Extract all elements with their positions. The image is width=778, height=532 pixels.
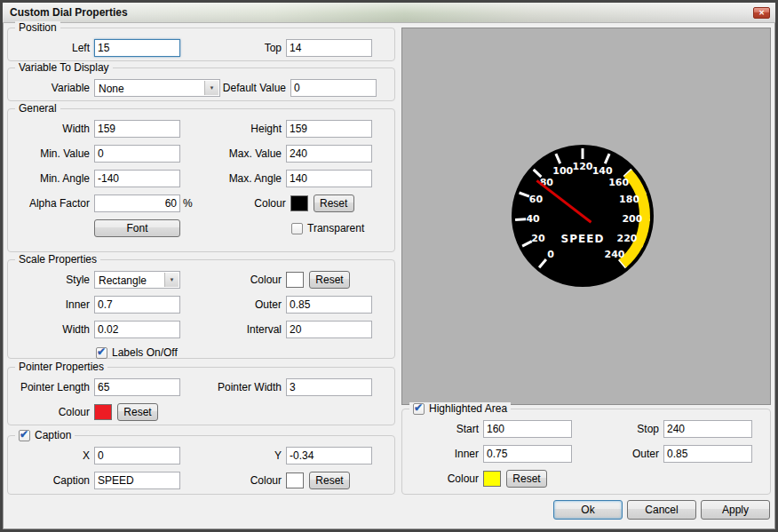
dial-colour-label: Colour [193,197,286,210]
min-angle-input[interactable] [94,170,180,187]
alpha-factor-input[interactable] [94,195,180,212]
cancel-button[interactable]: Cancel [627,500,696,520]
caption-group: Caption X Y Caption Colour Reset [7,435,395,495]
top-input[interactable] [286,39,372,57]
highlight-colour-swatch[interactable] [483,471,501,487]
variable-select[interactable]: None [94,79,220,97]
scale-interval-label: Interval [180,323,282,336]
min-value-input[interactable] [94,145,180,163]
ok-button[interactable]: Ok [553,500,623,520]
default-value-input[interactable] [290,79,377,97]
chevron-down-icon [204,81,218,95]
svg-text:180: 180 [619,194,639,205]
width-label: Width [8,123,90,135]
pointer-colour-reset-button[interactable]: Reset [117,403,158,421]
transparent-checkbox[interactable] [291,223,303,234]
caption-colour-swatch[interactable] [286,472,304,488]
highlight-start-input[interactable] [483,420,572,438]
scale-colour-swatch[interactable] [286,272,304,288]
caption-text-row: Caption Colour Reset [8,472,394,489]
labels-on-off-label: Labels On/Off [112,346,178,359]
scale-colour-reset-button[interactable]: Reset [309,271,350,289]
svg-text:SPEED: SPEED [561,233,605,245]
highlight-range-row: Start Stop [402,420,770,438]
svg-text:140: 140 [592,165,613,177]
caption-input[interactable] [94,472,180,489]
alpha-colour-row: Alpha Factor % Colour Reset [8,195,394,212]
highlight-inner-input[interactable] [483,445,572,463]
caption-group-label: Caption [35,429,71,441]
variable-label: Variable [8,82,90,94]
svg-text:160: 160 [608,177,629,188]
svg-text:0: 0 [547,249,554,260]
width-input[interactable] [94,120,180,138]
scale-group-label: Scale Properties [15,253,100,266]
scale-width-label: Width [8,323,90,336]
height-input[interactable] [286,120,372,138]
top-label: Top [180,42,282,54]
dial-gauge: 020406080100120140160180200220240SPEED [402,28,770,404]
scale-labels-row: Labels On/Off [8,345,394,360]
caption-x-input[interactable] [94,447,180,465]
scale-width-row: Width Interval [8,321,394,338]
scale-style-row: Style Rectangle Colour Reset [8,271,394,289]
min-angle-label: Min. Angle [8,172,90,185]
highlighted-area-group: Highlighted Area Start Stop Inner Outer … [401,409,771,495]
scale-group: Scale Properties Style Rectangle Colour … [7,259,395,359]
caption-position-row: X Y [8,447,394,465]
scale-outer-label: Outer [180,298,282,311]
highlight-outer-input[interactable] [663,445,752,463]
dialog-buttons: Ok Cancel Apply [553,500,770,520]
svg-text:200: 200 [622,213,642,225]
pointer-length-input[interactable] [94,378,180,396]
scale-colour-label: Colour [180,274,282,286]
custom-dial-properties-dialog: Custom Dial Properties Position Left Top… [0,0,778,532]
pointer-width-input[interactable] [286,378,372,396]
pointer-colour-swatch[interactable] [94,404,112,420]
highlight-start-label: Start [402,423,479,435]
chevron-down-icon [164,273,179,287]
highlight-colour-reset-button[interactable]: Reset [506,470,547,488]
highlight-enable-checkbox[interactable] [413,403,425,415]
scale-inner-input[interactable] [94,296,180,314]
scale-outer-input[interactable] [286,296,372,314]
position-group-label: Position [15,21,60,34]
close-icon[interactable] [753,7,770,19]
font-button[interactable]: Font [94,219,180,237]
default-value-label: Default Value [220,82,286,94]
highlight-outer-label: Outer [572,448,659,460]
highlight-stop-label: Stop [572,423,659,435]
style-select[interactable]: Rectangle [94,271,180,289]
left-input[interactable] [94,39,180,57]
caption-colour-reset-button[interactable]: Reset [309,472,350,489]
pointer-group: Pointer Properties Pointer Length Pointe… [7,367,395,425]
caption-y-input[interactable] [286,447,372,465]
dial-colour-reset-button[interactable]: Reset [314,195,354,212]
general-group-label: General [15,102,60,115]
window-title: Custom Dial Properties [10,6,128,19]
caption-colour-label: Colour [180,474,282,487]
caption-enable-checkbox[interactable] [19,430,30,441]
style-select-value: Rectangle [99,274,147,287]
labels-on-off-checkbox[interactable] [96,347,107,359]
pointer-length-label: Pointer Length [8,381,90,393]
svg-text:240: 240 [605,249,625,260]
apply-button[interactable]: Apply [701,500,770,520]
pointer-width-label: Pointer Width [180,381,282,393]
highlighted-area-group-label: Highlighted Area [429,402,507,415]
svg-text:80: 80 [540,177,554,188]
dial-colour-swatch[interactable] [290,195,308,211]
max-angle-label: Max. Angle [180,172,282,185]
style-label: Style [8,274,90,286]
max-value-input[interactable] [286,145,372,163]
max-angle-input[interactable] [286,170,372,187]
variable-select-value: None [99,83,124,95]
position-row: Left Top [8,39,394,57]
caption-x-label: X [8,449,90,462]
svg-text:120: 120 [573,161,593,172]
pointer-size-row: Pointer Length Pointer Width [8,378,394,396]
highlight-stop-input[interactable] [663,420,752,438]
svg-text:220: 220 [617,233,638,244]
scale-width-input[interactable] [94,321,180,338]
scale-interval-input[interactable] [286,321,372,338]
